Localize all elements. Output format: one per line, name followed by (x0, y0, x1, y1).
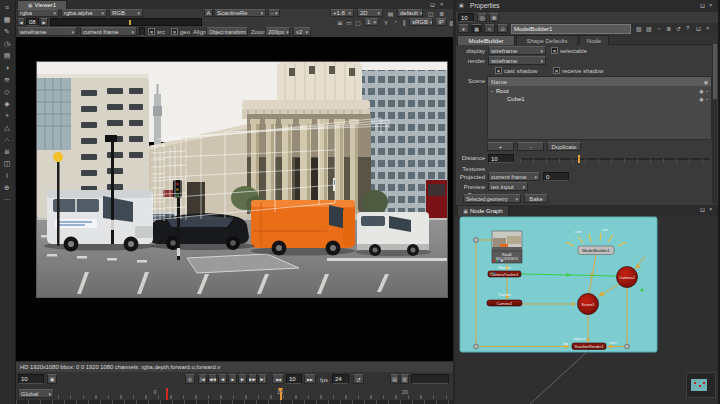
gain-slider-handle[interactable] (129, 20, 131, 25)
timeline-range-dropdown[interactable]: Global (18, 389, 54, 398)
tree-root-label[interactable]: Root (496, 88, 509, 94)
close-icon[interactable]: × (709, 2, 713, 8)
camera-node[interactable]: Camera2 (617, 267, 638, 288)
scanlinerender-node[interactable]: ScanlineRender1 (572, 343, 606, 350)
skip-field[interactable]: 10 (286, 374, 302, 384)
projected-dropdown[interactable]: current frame (488, 172, 540, 181)
a-buffer-badge[interactable]: A (204, 9, 213, 17)
tree-child-label[interactable]: Cube1 (507, 96, 525, 102)
monitor-out-icon[interactable]: ▢ (354, 18, 362, 26)
current-frame-field[interactable]: 10 (18, 374, 44, 384)
deep-icon[interactable]: ≣ (0, 146, 14, 158)
metadata-icon[interactable]: i (0, 170, 14, 182)
loop-icon[interactable]: ↺ (353, 374, 364, 384)
close-icon[interactable]: × (440, 1, 444, 7)
properties-scrollbar[interactable] (712, 44, 717, 204)
downrez-dropdown[interactable]: 1 (364, 18, 379, 26)
fps-field[interactable]: 24 (332, 374, 349, 384)
close-icon[interactable]: × (706, 25, 710, 31)
pause-icon[interactable]: ∥ (400, 18, 408, 26)
src-checkbox[interactable] (148, 28, 155, 35)
node-graph-tab[interactable]: ▣ Node Graph (457, 205, 509, 216)
selectable-checkbox[interactable] (551, 47, 558, 54)
read-node[interactable]: Read1 MVI_5903.MOV (492, 231, 522, 263)
display-dropdown[interactable]: wireframe (488, 46, 546, 55)
other-icon[interactable]: ⋯ (0, 194, 14, 206)
visibility-icon[interactable]: ◉ (699, 88, 703, 94)
wipe-icon[interactable]: ⊞ (336, 18, 344, 26)
scrollbar-thumb[interactable] (713, 44, 717, 99)
float-icon[interactable]: ⊡ (700, 2, 705, 9)
tree-body[interactable]: - Root ◉ ▪ Cube1 ◉ ▪ (488, 86, 711, 139)
collapse-icon[interactable]: - (491, 88, 493, 94)
frame-range-field[interactable] (411, 374, 449, 384)
filter-icon[interactable]: ≋ (0, 74, 14, 86)
lock-icon[interactable]: ▣ (47, 374, 57, 384)
color-icon[interactable]: ◑ (0, 62, 14, 74)
remove-button[interactable]: - (517, 142, 544, 151)
lut-dropdown[interactable]: default (397, 9, 423, 17)
modelbuilder-node[interactable]: ModelBuilder1 (578, 246, 614, 255)
clear-panels-icon[interactable]: ⊗ (489, 13, 499, 22)
image-icon[interactable]: ▦ (0, 14, 14, 26)
pin-icon[interactable]: ◎ (477, 13, 487, 22)
camera-bar-node[interactable]: Camera1 (487, 300, 522, 306)
mb-display-dropdown[interactable]: wireframe (17, 27, 77, 36)
tree-header[interactable]: Name ◉ (488, 77, 711, 86)
tab-node[interactable]: Node (579, 35, 609, 45)
add-button[interactable]: + (487, 142, 514, 151)
solo-icon[interactable]: ▪ (707, 97, 708, 102)
gamma-icon[interactable]: γ (382, 18, 390, 26)
toolsets-icon[interactable]: ⊕ (0, 182, 14, 194)
channels-dropdown[interactable]: rgba (17, 9, 59, 17)
timeline[interactable]: Global 01020 (16, 388, 453, 400)
draw-icon[interactable]: ✎ (0, 26, 14, 38)
particles-icon[interactable]: ∴ (0, 134, 14, 146)
dot-node[interactable] (474, 344, 479, 349)
bake-button[interactable]: Bake (524, 194, 548, 203)
panel-menu-icon[interactable]: ≣ (437, 9, 446, 17)
distance-slider[interactable] (520, 154, 709, 163)
help-icon[interactable]: ? (686, 25, 689, 31)
dag-minimap[interactable] (686, 372, 716, 398)
menu-icon[interactable]: ≡ (0, 2, 14, 14)
max-panels-field[interactable]: 10 (458, 13, 474, 22)
fstop-next-button[interactable]: ▶ (40, 18, 48, 26)
compare-icon[interactable]: ▭ (345, 18, 353, 26)
tree-row-cube1[interactable]: Cube1 ◉ ▪ (488, 95, 711, 103)
gain-slider[interactable] (50, 18, 202, 26)
recenter-icon[interactable]: ◎ (185, 374, 195, 384)
wipe-dropdown[interactable]: - (268, 9, 280, 17)
align-mode-dropdown[interactable]: Object transform (206, 27, 248, 36)
render-dropdown[interactable]: wireframe (488, 56, 546, 65)
float-icon[interactable]: ⊡ (700, 206, 705, 213)
duplicate-button[interactable]: Duplicate (547, 142, 581, 151)
viewer-canvas[interactable] (16, 37, 453, 361)
dock-icon[interactable]: ▧ (636, 25, 642, 32)
geo-checkbox[interactable] (171, 28, 178, 35)
expand-icon[interactable]: ↔ (656, 25, 662, 31)
range-b-button[interactable]: ▥ (400, 374, 409, 384)
alpha-dropdown[interactable]: rgba.alpha (61, 9, 107, 17)
key-icon[interactable]: ⊙ (497, 24, 508, 33)
dot-node[interactable] (474, 238, 479, 243)
range-a-button[interactable]: ▤ (390, 374, 399, 384)
receive-shadow-checkbox[interactable] (553, 67, 560, 74)
export-geo-dropdown[interactable]: Selected geometry (463, 194, 521, 203)
curve-icon[interactable]: ∿ (484, 24, 495, 33)
visibility-icon[interactable]: ◉ (699, 96, 703, 102)
color-swatch-icon[interactable]: ▦ (471, 24, 482, 33)
viewer-tab[interactable]: ▣ Viewer1 (17, 0, 67, 9)
timeline-ruler[interactable]: 01020 (58, 388, 450, 400)
menu-icon[interactable]: ≣ (666, 25, 671, 32)
viewer-colorspace-dropdown[interactable]: sRGB (409, 18, 433, 26)
proxy-icon[interactable]: ◫ (426, 9, 435, 17)
preview-dropdown[interactable]: tex input (488, 182, 528, 191)
node-graph-canvas[interactable]: Read1 MVI_5903.MOV CameraTracker1 Camera… (455, 216, 718, 404)
collapse-icon[interactable]: ▾ (458, 24, 469, 33)
3d-icon[interactable]: △ (0, 122, 14, 134)
projected-frame-field[interactable]: 0 (543, 172, 569, 181)
skip-back-button[interactable]: ◀◀ (272, 374, 284, 384)
tree-row-root[interactable]: - Root ◉ ▪ (488, 87, 711, 95)
keyer-icon[interactable]: ◇ (0, 86, 14, 98)
